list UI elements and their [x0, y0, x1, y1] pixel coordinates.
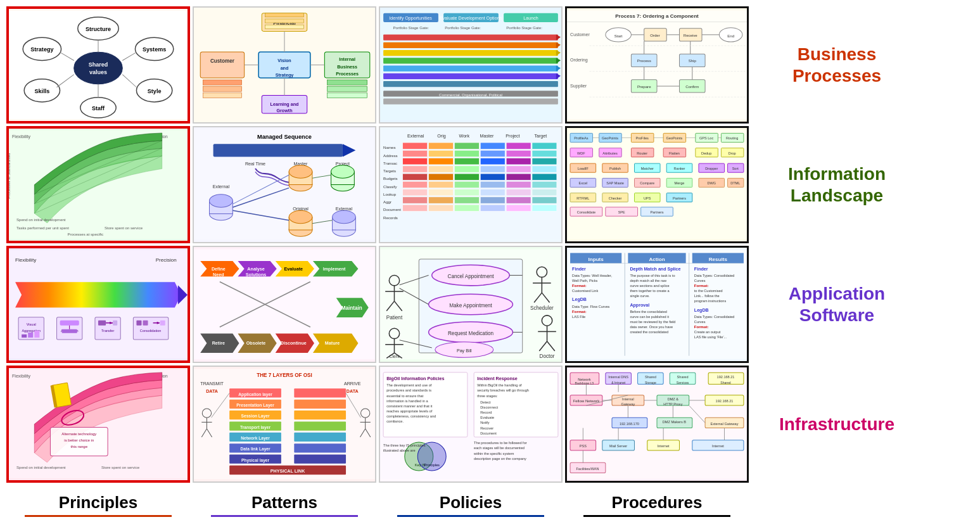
svg-text:Inputs: Inputs [588, 257, 604, 262]
svg-text:comliance.: comliance. [386, 419, 404, 423]
svg-text:Flexibility: Flexibility [12, 374, 30, 379]
svg-rect-203 [532, 181, 557, 188]
col-label-policies-text: Policies [440, 493, 502, 512]
cell-infrastructure-procedures[interactable]: Network Backbone L3 Internal DNS & Intra… [565, 366, 749, 483]
svg-rect-220 [506, 205, 531, 211]
svg-text:Mail Server: Mail Server [609, 444, 627, 448]
svg-rect-64 [383, 58, 558, 63]
svg-rect-218 [454, 205, 479, 211]
svg-text:Format:: Format: [694, 324, 709, 329]
svg-text:Master: Master [480, 134, 494, 139]
svg-text:DWG: DWG [707, 182, 716, 186]
svg-rect-199 [429, 181, 454, 188]
svg-rect-175 [429, 150, 454, 156]
svg-text:Make Appointment: Make Appointment [449, 303, 492, 309]
svg-rect-182 [454, 158, 479, 165]
svg-text:values: values [89, 69, 107, 75]
svg-text:Business: Business [337, 65, 357, 70]
svg-text:Request Medication: Request Medication [448, 331, 493, 336]
svg-text:Skills: Skills [35, 88, 50, 94]
svg-rect-173 [532, 143, 557, 149]
svg-text:ARRIVE: ARRIVE [344, 381, 361, 386]
svg-text:Aggr: Aggr [383, 200, 391, 204]
svg-rect-210 [403, 197, 428, 203]
svg-text:Ship: Ship [689, 58, 697, 63]
cell-business-patterns[interactable]: Financial Customer Vision and Strategy I… [193, 6, 376, 124]
cell-application-patterns[interactable]: Define Need Analyse Solutions Evaluate I… [193, 246, 376, 363]
cell-application-principles[interactable]: Flexibility Precision Visual Aggreg [6, 246, 190, 363]
svg-text:Presentation Layer: Presentation Layer [236, 403, 274, 408]
svg-rect-25 [200, 52, 244, 78]
svg-text:depth match all the raw: depth match all the raw [630, 279, 666, 283]
svg-rect-315 [143, 321, 148, 326]
cell-information-procedures[interactable]: ProfileAs GeoPoints ProFiles GeoPoints G… [565, 126, 749, 243]
svg-text:Data Types: Consolidated: Data Types: Consolidated [694, 315, 735, 319]
svg-text:Start: Start [614, 34, 623, 38]
svg-text:Sort: Sort [732, 167, 739, 170]
row-label-information: Information Landscape [751, 126, 922, 243]
cell-infrastructure-policies[interactable]: BigOil Information Policies The developm… [379, 366, 563, 483]
svg-text:Flexibility: Flexibility [12, 134, 30, 139]
svg-text:Results: Results [709, 257, 728, 262]
svg-text:Principles: Principles [424, 463, 440, 467]
cell-application-procedures[interactable]: Inputs Action Results Finder Data Types:… [565, 246, 749, 363]
svg-text:Internal: Internal [339, 57, 355, 62]
svg-text:Supplier: Supplier [570, 84, 587, 89]
svg-text:Strategy: Strategy [276, 73, 294, 78]
svg-text:Implement: Implement [323, 267, 346, 272]
svg-rect-49 [265, 19, 303, 23]
svg-text:THE 7 LAYERS OF OSI: THE 7 LAYERS OF OSI [257, 372, 312, 378]
svg-text:security breaches will go thro: security breaches will go through [477, 388, 529, 392]
svg-rect-463 [294, 455, 346, 464]
svg-text:Create an output: Create an output [694, 330, 721, 334]
svg-text:Budgets: Budgets [383, 176, 397, 181]
svg-text:three stages:: three stages: [477, 394, 498, 398]
svg-text:Document: Document [383, 207, 401, 212]
svg-text:Format:: Format: [572, 283, 587, 288]
svg-rect-207 [480, 189, 505, 196]
svg-text:Disconnect: Disconnect [480, 405, 498, 409]
svg-text:LegDB: LegDB [694, 308, 709, 313]
svg-text:Recover: Recover [480, 426, 493, 430]
cell-infrastructure-principles[interactable]: Flexibility Precision Spend on initial d… [6, 366, 190, 483]
svg-text:DTML: DTML [730, 182, 740, 186]
svg-text:Alternate technology: Alternate technology [61, 432, 96, 436]
svg-rect-206 [454, 189, 479, 196]
svg-text:Processes at specific: Processes at specific [68, 232, 104, 236]
svg-text:Merge: Merge [675, 182, 685, 186]
svg-rect-66 [383, 73, 558, 79]
svg-rect-181 [429, 158, 454, 165]
cell-information-principles[interactable]: Flexibility Precision Processes at Stand… [6, 126, 190, 243]
svg-text:Process: Process [637, 58, 651, 63]
svg-text:Partners: Partners [650, 210, 663, 214]
cell-application-policies[interactable]: Cancel Appointment Make Appointment Requ… [379, 246, 563, 363]
svg-rect-209 [532, 189, 557, 196]
svg-text:to the Customised: to the Customised [694, 289, 723, 293]
svg-text:Evaluate: Evaluate [284, 267, 303, 272]
cell-business-principles[interactable]: Shared values Structure Strategy Systems… [6, 6, 190, 124]
svg-rect-195 [480, 174, 505, 180]
cell-infrastructure-patterns[interactable]: THE 7 LAYERS OF OSI TRANSMIT ARRIVE DATA… [193, 366, 376, 483]
svg-text:Ranker: Ranker [674, 167, 685, 170]
svg-rect-62 [383, 42, 558, 48]
svg-text:Evaluate Development Options: Evaluate Development Options [440, 16, 502, 21]
svg-text:Transac: Transac [383, 161, 397, 165]
svg-rect-300 [34, 331, 39, 338]
svg-text:Finder: Finder [694, 267, 708, 272]
svg-rect-185 [532, 158, 557, 165]
svg-text:Incident Response: Incident Response [477, 376, 518, 381]
svg-text:procedures and standards is: procedures and standards is [386, 388, 431, 392]
svg-text:PSS: PSS [580, 444, 587, 448]
svg-text:Tasks performed per unit spent: Tasks performed per unit spent [16, 226, 69, 230]
svg-rect-445 [294, 388, 346, 397]
cell-information-policies[interactable]: External Orig Work Master Project Target… [379, 126, 563, 243]
row-label-application: Application Software [751, 246, 922, 363]
svg-text:Commercial, Organisational, Po: Commercial, Organisational, Political [439, 92, 502, 97]
cell-information-patterns[interactable]: Managed Sequence External Real Time Mast… [193, 126, 376, 243]
cell-business-procedures[interactable]: Process 7: Ordering a Component Customer… [565, 6, 749, 124]
svg-text:Visual: Visual [27, 322, 36, 326]
svg-text:Well Path, Picks: Well Path, Picks [572, 279, 597, 283]
svg-text:and: and [281, 66, 289, 71]
svg-text:Data Types: Consolidated: Data Types: Consolidated [694, 274, 735, 277]
cell-business-policies[interactable]: Identify Opportunities Evaluate Developm… [379, 6, 563, 124]
